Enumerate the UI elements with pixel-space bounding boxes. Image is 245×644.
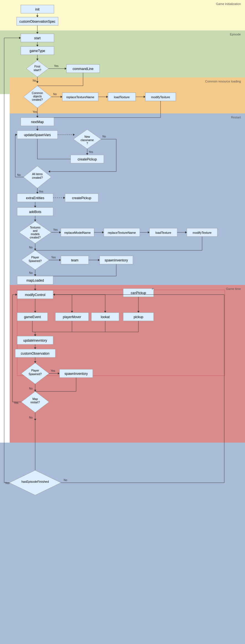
label-gameevent: gameEvent (24, 315, 41, 319)
label-commandline: commandLine (73, 67, 94, 71)
label-canpickup: canPickup (131, 291, 146, 295)
label-gametime: Game time (226, 287, 241, 290)
label-replacemodelname: replaceModelName (64, 231, 91, 234)
label-maploaded: mapLoaded (26, 279, 44, 282)
label-spawninventory2: spawnInventory (65, 372, 88, 376)
label-createpickup1: createPickup (78, 157, 97, 161)
label-allitems-line2: created? (32, 176, 43, 179)
label-no-episode: No (64, 479, 67, 482)
label-start: start (34, 36, 41, 40)
label-common-line1: Common (32, 92, 43, 95)
label-no-maprestart: No (29, 416, 33, 419)
label-playermover: playerMover (63, 315, 81, 319)
label-init-node: init (35, 7, 40, 11)
label-playerspawned1-line1: Player (31, 256, 39, 259)
label-resource: Common resource loading (205, 80, 241, 83)
label-restart: Restart (231, 116, 241, 119)
label-init: Game initialization (216, 2, 241, 6)
label-updateinventory: updateInevntory (23, 339, 47, 342)
label-playerspawned1-line2: Spawned? (29, 259, 42, 263)
label-gametype: gameType (30, 49, 45, 53)
label-no-newclass: No (102, 135, 106, 138)
section-gametime-bg (10, 285, 245, 443)
label-modifycontrol: modifyControl (25, 293, 45, 297)
label-pickup: pickup (134, 315, 143, 319)
label-loadtexture1: loadTexture (114, 95, 130, 99)
label-lookat: lookat (101, 315, 110, 319)
label-customobservation: customObservation (21, 352, 49, 355)
label-allitems-line1: All items (32, 173, 43, 176)
label-textures-line1: Textures (30, 226, 40, 229)
label-hasepisodefinished: hasEpisodeFinished (21, 480, 49, 483)
label-yes-spawn2: Yes (51, 369, 55, 372)
label-yes-spawned1: Yes (51, 256, 56, 259)
label-replacetexname2: replaceTextureName (108, 231, 136, 234)
label-firststart-line2: start? (33, 68, 41, 72)
label-addbots: addBots (29, 210, 41, 214)
label-episode: Episode (230, 33, 241, 36)
label-newclass-line2: classname (81, 139, 94, 142)
label-modifytexture2: modifyTexture (193, 231, 212, 234)
label-common-line2: objects (33, 95, 42, 98)
label-createpickup2: createPickup (72, 196, 91, 200)
label-newclass-line3: ? (86, 142, 88, 145)
label-updatespawnvars: updateSpawnVars (24, 133, 51, 137)
label-yes-textures: Yes (53, 228, 58, 231)
label-yes-1: Yes (54, 64, 58, 67)
label-no-spawned1: No (29, 271, 33, 274)
label-yes-allitems: Yes (39, 190, 43, 193)
label-maprestart-line1: Map (32, 398, 38, 401)
label-yes-episode: Yes (5, 482, 9, 485)
label-extraentities: extraEntities (26, 196, 44, 200)
label-no-textures: No (29, 246, 33, 249)
label-newclass-line1: New (84, 135, 90, 138)
label-nextmap: nextMap (31, 120, 44, 124)
label-loadtexture2: loadTexture (156, 231, 171, 234)
label-yes-maprestart: Yes (14, 401, 18, 404)
label-firststart-line1: First (34, 65, 40, 68)
label-no-common: No (53, 93, 57, 96)
label-no-spawn2: No (29, 387, 33, 390)
section-init-bg (0, 0, 245, 30)
label-yes-newclass: Yes (89, 150, 93, 154)
label-spawninventory1: spawnInventory (105, 258, 128, 262)
label-team: team (71, 258, 79, 262)
label-replacetexname1: replaceTextureName (66, 95, 94, 99)
label-customobsspec: customObservationSpec (19, 20, 56, 24)
label-no-1: No (33, 79, 36, 82)
label-textures-line4: created? (30, 236, 41, 239)
label-maprestart-line2: restart? (30, 401, 40, 404)
label-common-line3: created? (32, 98, 43, 101)
label-yes-common: Yes (33, 110, 37, 113)
label-modifytexture1: modifyTexture (151, 95, 170, 99)
label-no-allitems: No (17, 173, 21, 176)
label-textures-line2: and (33, 229, 38, 232)
label-textures-line3: models (31, 233, 40, 236)
flowchart-diagram: Game initialization Episode Common resou… (0, 0, 245, 644)
label-playerspawned2-line1: Player (31, 369, 39, 372)
label-playerspawned2-line2: Spawned? (29, 373, 42, 376)
